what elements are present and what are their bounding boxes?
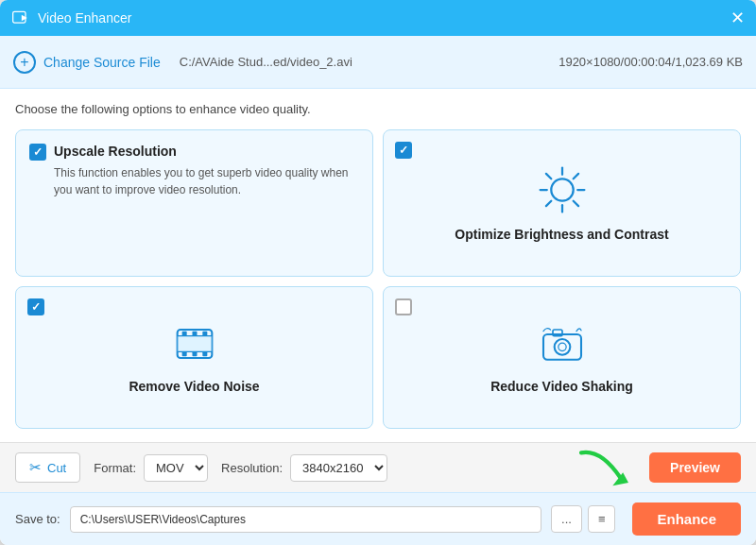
brightness-icon-area: Optimize Brightness and Contrast (397, 144, 727, 263)
change-source-button[interactable]: + Change Source File (13, 51, 161, 74)
format-select[interactable]: MOV (144, 454, 208, 482)
save-path-input[interactable] (70, 506, 541, 533)
upscale-header: Upscale Resolution This function enables… (29, 144, 359, 198)
options-grid: Upscale Resolution This function enables… (15, 129, 741, 429)
app-icon (11, 9, 30, 27)
svg-point-2 (551, 179, 573, 200)
brightness-card: Optimize Brightness and Contrast (383, 129, 741, 277)
window-title: Video Enhancer (38, 10, 131, 26)
preview-button[interactable]: Preview (649, 452, 741, 483)
shaking-icon-area: Reduce Video Shaking (397, 300, 727, 416)
save-actions: ... ≡ (551, 505, 615, 533)
close-button[interactable]: ✕ (730, 9, 745, 26)
svg-point-23 (558, 343, 565, 350)
shaking-checkbox[interactable] (395, 298, 412, 315)
scissors-icon: ✂ (29, 459, 42, 476)
shaking-title: Reduce Video Shaking (490, 379, 633, 394)
change-source-label: Change Source File (43, 55, 161, 70)
svg-rect-14 (192, 332, 197, 336)
film-icon (171, 320, 218, 371)
svg-marker-1 (22, 15, 27, 22)
save-label-text: Save to: (15, 512, 60, 526)
resolution-select[interactable]: 3840x2160 (290, 454, 387, 482)
add-circle-icon: + (13, 51, 36, 74)
svg-point-22 (554, 339, 570, 355)
noise-title: Remove Video Noise (129, 379, 259, 394)
svg-rect-12 (177, 336, 212, 352)
svg-rect-17 (192, 352, 197, 357)
title-bar: Video Enhancer ✕ (0, 0, 756, 36)
brightness-title: Optimize Brightness and Contrast (455, 227, 668, 242)
noise-icon-area: Remove Video Noise (29, 300, 359, 416)
noise-checkbox[interactable] (27, 298, 44, 315)
upscale-desc: This function enables you to get superb … (54, 164, 359, 198)
content-area: Choose the following options to enhance … (0, 89, 756, 442)
enhance-button[interactable]: Enhance (632, 502, 741, 536)
upscale-checkbox[interactable] (29, 144, 46, 161)
shaking-card: Reduce Video Shaking (383, 286, 741, 430)
list-button[interactable]: ≡ (588, 505, 616, 533)
file-path-text: C:/AVAide Stud...ed/video_2.avi (180, 55, 540, 69)
format-group: Format: MOV (94, 454, 208, 482)
svg-line-9 (573, 174, 577, 179)
save-bar: Save to: ... ≡ Enhance (0, 492, 756, 545)
camera-icon (539, 320, 586, 371)
bottom-controls: ✂ Cut Format: MOV Resolution: 3840x2160 … (0, 442, 756, 492)
browse-button[interactable]: ... (551, 505, 582, 533)
resolution-group: Resolution: 3840x2160 (221, 454, 387, 482)
content-subtitle: Choose the following options to enhance … (15, 102, 741, 116)
svg-line-10 (545, 200, 550, 205)
upscale-title: Upscale Resolution (54, 144, 359, 159)
cut-label: Cut (47, 461, 66, 475)
upscale-card: Upscale Resolution This function enables… (15, 129, 373, 277)
svg-rect-13 (181, 332, 186, 336)
title-bar-left: Video Enhancer (11, 9, 131, 27)
upscale-content: Upscale Resolution This function enables… (54, 144, 359, 198)
svg-rect-16 (181, 352, 186, 357)
brightness-checkbox[interactable] (395, 142, 412, 159)
toolbar: + Change Source File C:/AVAide Stud...ed… (0, 36, 756, 89)
svg-rect-18 (202, 352, 207, 357)
svg-line-8 (573, 200, 577, 205)
video-enhancer-window: Video Enhancer ✕ + Change Source File C:… (0, 0, 756, 545)
cut-button[interactable]: ✂ Cut (15, 452, 80, 483)
file-meta-text: 1920×1080/00:00:04/1,023.69 KB (558, 55, 743, 69)
svg-line-7 (545, 174, 550, 179)
svg-marker-25 (612, 472, 628, 485)
svg-rect-15 (202, 332, 207, 336)
format-label: Format: (94, 461, 136, 475)
noise-card: Remove Video Noise (15, 286, 373, 430)
arrow-indicator (576, 445, 633, 496)
sun-icon (537, 164, 588, 219)
resolution-label: Resolution: (221, 461, 283, 475)
